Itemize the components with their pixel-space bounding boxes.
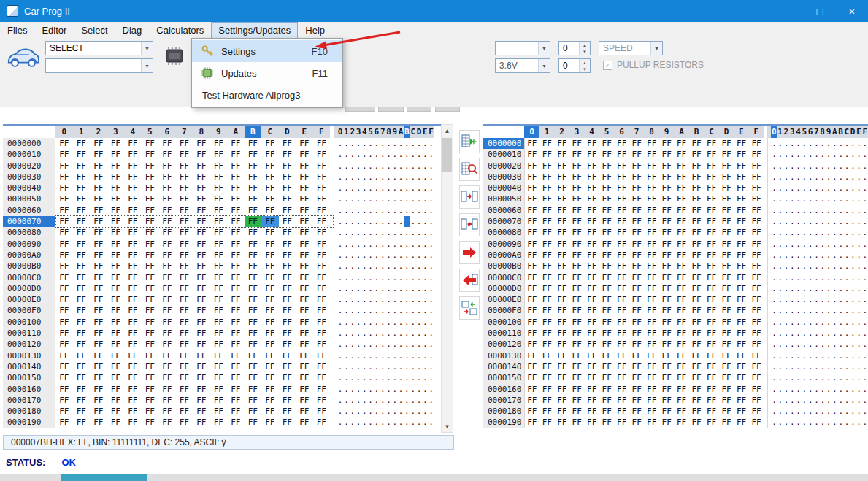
hex-byte-cell[interactable]: FF — [749, 216, 764, 227]
ascii-row[interactable]: ................ — [767, 305, 868, 316]
menu-help[interactable]: Help — [298, 22, 332, 39]
hex-byte-cell[interactable]: FF — [176, 193, 193, 204]
hex-byte-cell[interactable]: FF — [107, 272, 125, 283]
hex-byte-cell[interactable]: FF — [73, 372, 91, 383]
transfer-right-button[interactable] — [459, 185, 480, 209]
hex-byte-cell[interactable]: FF — [142, 138, 159, 149]
hex-byte-cell[interactable]: FF — [674, 193, 688, 204]
maximize-button[interactable]: □ — [804, 0, 836, 22]
hex-byte-cell[interactable]: FF — [55, 339, 73, 350]
hex-byte-cell[interactable]: FF — [193, 227, 210, 238]
ascii-row[interactable]: ................ — [334, 395, 434, 406]
hex-byte-cell[interactable]: FF — [599, 372, 614, 383]
hex-byte-cell[interactable]: FF — [659, 317, 674, 328]
hex-byte-cell[interactable]: FF — [73, 149, 91, 160]
hex-byte-cell[interactable]: FF — [158, 339, 176, 350]
hex-byte-cell[interactable]: FF — [210, 216, 228, 227]
hex-byte-cell[interactable]: FF — [629, 239, 644, 250]
hex-byte-cell[interactable]: FF — [193, 239, 210, 250]
hex-byte-cell[interactable]: FF — [261, 350, 279, 361]
hex-byte-cell[interactable]: FF — [158, 182, 176, 193]
hex-byte-cell[interactable]: FF — [245, 138, 262, 149]
chevron-down-icon[interactable]: ▼ — [650, 42, 662, 55]
hex-byte-cell[interactable]: FF — [584, 216, 599, 227]
hex-byte-cell[interactable]: FF — [176, 250, 193, 261]
hex-byte-cell[interactable]: FF — [539, 350, 554, 361]
hex-byte-cell[interactable]: FF — [55, 250, 73, 261]
hex-byte-cell[interactable]: FF — [90, 172, 107, 182]
hex-byte-cell[interactable]: FF — [261, 317, 279, 328]
hex-byte-cell[interactable]: FF — [124, 193, 142, 204]
hex-byte-cell[interactable]: FF — [279, 305, 296, 316]
hex-byte-cell[interactable]: FF — [555, 283, 569, 294]
hex-byte-cell[interactable]: FF — [90, 193, 107, 204]
hex-byte-cell[interactable]: FF — [55, 182, 73, 193]
hex-byte-cell[interactable]: FF — [193, 395, 210, 406]
hex-byte-cell[interactable]: FF — [614, 395, 629, 406]
hex-byte-cell[interactable]: FF — [73, 205, 91, 216]
hex-byte-cell[interactable]: FF — [569, 361, 584, 372]
hex-byte-cell[interactable]: FF — [734, 406, 748, 417]
hex-byte-cell[interactable]: FF — [107, 172, 125, 182]
hex-byte-cell[interactable]: FF — [142, 193, 159, 204]
hex-byte-cell[interactable]: FF — [73, 317, 91, 328]
hex-byte-cell[interactable]: FF — [704, 138, 718, 149]
hex-byte-cell[interactable]: FF — [90, 149, 107, 160]
hex-byte-cell[interactable]: FF — [659, 406, 674, 417]
chevron-down-icon[interactable]: ▼ — [538, 42, 550, 55]
verify-compare-button[interactable] — [459, 158, 480, 181]
hex-byte-cell[interactable]: FF — [296, 261, 313, 272]
hex-byte-cell[interactable]: FF — [749, 305, 764, 316]
hex-byte-cell[interactable]: FF — [296, 350, 313, 361]
hex-byte-cell[interactable]: FF — [569, 261, 584, 272]
hex-byte-cell[interactable]: FF — [90, 239, 107, 250]
menu-item-test-hardware[interactable]: Test Hardware Allprog3 — [192, 84, 342, 106]
hex-byte-cell[interactable]: FF — [158, 261, 176, 272]
ascii-row[interactable]: ................ — [767, 372, 868, 383]
hex-byte-cell[interactable]: FF — [313, 182, 331, 193]
hex-byte-cell[interactable]: FF — [629, 417, 644, 428]
hex-byte-cell[interactable]: FF — [704, 205, 718, 216]
hex-byte-cell[interactable]: FF — [689, 406, 704, 417]
hex-byte-cell[interactable]: FF — [296, 328, 313, 339]
hex-byte-cell[interactable]: FF — [313, 261, 331, 272]
hex-byte-cell[interactable]: FF — [599, 138, 614, 149]
hex-byte-cell[interactable]: FF — [525, 317, 539, 328]
hex-byte-cell[interactable]: FF — [719, 250, 734, 261]
hex-byte-cell[interactable]: FF — [279, 138, 296, 149]
hex-byte-cell[interactable]: FF — [525, 216, 539, 227]
ascii-row[interactable]: ................ — [767, 250, 868, 261]
hex-byte-cell[interactable]: FF — [689, 372, 704, 383]
hex-byte-cell[interactable]: FF — [227, 294, 245, 305]
hex-byte-cell[interactable]: FF — [525, 395, 539, 406]
hex-byte-cell[interactable]: FF — [539, 172, 554, 182]
hex-byte-cell[interactable]: FF — [659, 239, 674, 250]
hex-byte-cell[interactable]: FF — [689, 239, 704, 250]
hex-byte-cell[interactable]: FF — [689, 328, 704, 339]
hex-byte-cell[interactable]: FF — [674, 161, 688, 172]
hex-byte-cell[interactable]: FF — [599, 406, 614, 417]
hex-byte-cell[interactable]: FF — [689, 305, 704, 316]
hex-byte-cell[interactable]: FF — [674, 317, 688, 328]
hex-byte-cell[interactable]: FF — [719, 182, 734, 193]
hex-byte-cell[interactable]: FF — [245, 361, 262, 372]
hex-byte-cell[interactable]: FF — [313, 283, 331, 294]
hex-byte-cell[interactable]: FF — [73, 395, 91, 406]
hex-byte-cell[interactable]: FF — [296, 182, 313, 193]
hex-byte-cell[interactable]: FF — [279, 384, 296, 395]
hex-byte-cell[interactable]: FF — [107, 395, 125, 406]
hex-byte-cell[interactable]: FF — [73, 227, 91, 238]
hex-byte-cell[interactable]: FF — [158, 172, 176, 182]
hex-byte-cell[interactable]: FF — [704, 149, 718, 160]
hex-byte-cell[interactable]: FF — [245, 239, 262, 250]
hex-byte-cell[interactable]: FF — [124, 317, 142, 328]
hex-byte-cell[interactable]: FF — [279, 361, 296, 372]
hex-byte-cell[interactable]: FF — [539, 339, 554, 350]
hex-byte-cell[interactable]: FF — [142, 261, 159, 272]
hex-byte-cell[interactable]: FF — [749, 339, 764, 350]
hex-byte-cell[interactable]: FF — [245, 417, 262, 428]
hex-byte-cell[interactable]: FF — [644, 305, 658, 316]
hex-byte-cell[interactable]: FF — [734, 372, 748, 383]
hex-byte-cell[interactable]: FF — [719, 193, 734, 204]
hex-byte-cell[interactable]: FF — [629, 161, 644, 172]
